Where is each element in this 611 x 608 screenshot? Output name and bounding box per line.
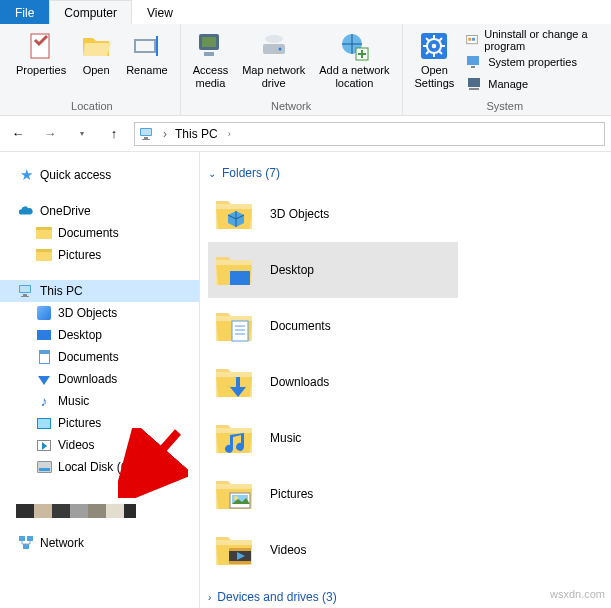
svg-point-7 [278,48,281,51]
tab-view[interactable]: View [132,0,188,24]
svg-rect-24 [472,38,475,41]
ribbon: Properties Open Rename Location Access m… [0,24,611,116]
chevron-right-icon[interactable]: › [228,129,231,139]
this-pc-breadcrumb-icon [139,126,155,142]
group-header-devices[interactable]: › Devices and drives (3) [208,586,603,608]
manage-label: Manage [488,78,528,90]
group-header-label: Devices and drives (3) [217,590,336,604]
group-header-folders[interactable]: ⌄ Folders (7) [208,162,603,186]
svg-rect-34 [20,286,30,292]
chevron-right-icon[interactable]: › [163,127,167,141]
nav-forward-button[interactable]: → [38,122,62,146]
open-settings-button[interactable]: Open Settings [409,28,461,92]
ribbon-group-network: Access media Map network drive Add a net… [181,24,403,115]
tree-label: Local Disk (C:) [58,460,137,474]
tree-label: This PC [40,284,83,298]
uninstall-button[interactable]: Uninstall or change a program [464,30,597,50]
tree-quick-access[interactable]: ★ Quick access [0,164,199,186]
folder-label: Music [270,431,301,445]
properties-icon [25,30,57,62]
properties-button[interactable]: Properties [10,28,72,79]
rename-icon [131,30,163,62]
documents-folder-icon [214,306,254,346]
breadcrumb-this-pc[interactable]: This PC [175,127,218,141]
tree-desktop[interactable]: Desktop [0,324,199,346]
folder-videos[interactable]: Videos [208,522,603,578]
svg-rect-32 [142,139,150,140]
group-label-system: System [409,100,602,113]
group-label-location: Location [10,100,174,113]
tree-label: Music [58,394,89,408]
tree-label: Videos [58,438,94,452]
tree-onedrive-pictures[interactable]: Pictures [0,244,199,266]
folder-3d-objects[interactable]: 3D Objects [208,186,603,242]
nav-tree: ★ Quick access OneDrive Documents Pictur… [0,152,200,608]
pictures-icon [36,415,52,431]
tree-3d-objects[interactable]: 3D Objects [0,302,199,324]
ribbon-group-location: Properties Open Rename Location [4,24,181,115]
tree-this-pc[interactable]: This PC [0,280,199,302]
map-drive-button[interactable]: Map network drive [236,28,311,92]
system-properties-label: System properties [488,56,577,68]
svg-point-8 [265,35,283,43]
tab-computer[interactable]: Computer [49,0,132,24]
tab-file[interactable]: File [0,0,49,24]
tree-label: Documents [58,350,119,364]
tree-pictures[interactable]: Pictures [0,412,199,434]
svg-rect-37 [19,536,25,541]
folder-icon [36,225,52,241]
downloads-folder-icon [214,362,254,402]
rename-label: Rename [126,64,168,77]
pictures-folder-icon [214,474,254,514]
disk-icon [36,459,52,475]
tree-local-disk-c[interactable]: Local Disk (C:) [0,456,199,478]
open-settings-label: Open Settings [415,64,455,90]
tree-label: 3D Objects [58,306,117,320]
tree-label: Documents [58,226,119,240]
svg-rect-38 [27,536,33,541]
folder-desktop[interactable]: Desktop [208,242,458,298]
tree-label: Pictures [58,416,101,430]
nav-row: ← → ▾ ↑ › This PC › [0,116,611,152]
folder-documents[interactable]: Documents [208,298,603,354]
star-icon: ★ [18,167,34,183]
tree-music[interactable]: ♪Music [0,390,199,412]
folder-label: Pictures [270,487,313,501]
address-bar[interactable]: › This PC › [134,122,605,146]
nav-up-button[interactable]: ↑ [102,122,126,146]
tree-label: Downloads [58,372,117,386]
nav-back-button[interactable]: ← [6,122,30,146]
group-header-label: Folders (7) [222,166,280,180]
add-location-button[interactable]: Add a network location [313,28,395,92]
tree-documents[interactable]: Documents [0,346,199,368]
nav-recent-dropdown[interactable]: ▾ [70,122,94,146]
chevron-down-icon: ⌄ [208,168,216,179]
rename-button[interactable]: Rename [120,28,174,79]
svg-rect-1 [135,40,155,52]
open-label: Open [83,64,110,77]
tree-downloads[interactable]: Downloads [0,368,199,390]
svg-rect-40 [230,271,250,285]
folder-label: Downloads [270,375,329,389]
videos-folder-icon [214,530,254,570]
svg-point-13 [432,44,437,49]
music-icon: ♪ [36,393,52,409]
folder-pictures[interactable]: Pictures [208,466,603,522]
manage-button[interactable]: Manage [464,74,597,94]
map-drive-icon [258,30,290,62]
access-media-button[interactable]: Access media [187,28,234,92]
system-properties-button[interactable]: System properties [464,52,597,72]
tree-onedrive[interactable]: OneDrive [0,200,199,222]
tree-videos[interactable]: Videos [0,434,199,456]
tab-strip: File Computer View [0,0,611,24]
manage-icon [466,76,482,92]
properties-label: Properties [16,64,66,77]
cloud-icon [18,203,34,219]
folder-music[interactable]: Music [208,410,603,466]
tree-network[interactable]: Network [0,532,199,554]
tree-onedrive-documents[interactable]: Documents [0,222,199,244]
content-pane: ⌄ Folders (7) 3D Objects Desktop Documen… [200,152,611,608]
open-button[interactable]: Open [74,28,118,79]
folder-downloads[interactable]: Downloads [208,354,603,410]
downloads-icon [36,371,52,387]
